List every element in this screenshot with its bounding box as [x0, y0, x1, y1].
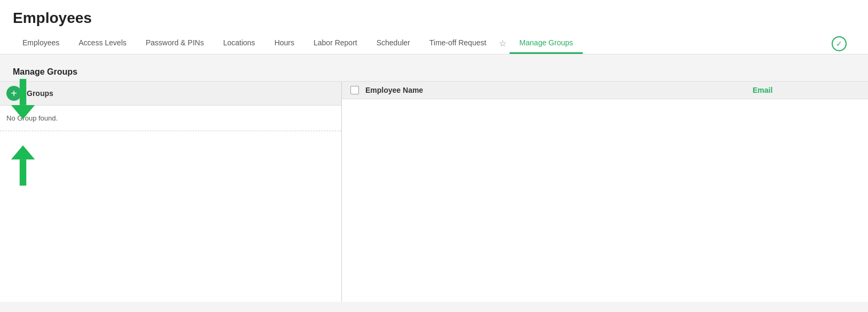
- tab-labor-report[interactable]: Labor Report: [304, 33, 367, 54]
- favorite-star-icon[interactable]: ☆: [496, 33, 510, 54]
- nav-tabs: Employees Access Levels Password & PINs …: [13, 33, 855, 54]
- section-title: Manage Groups: [0, 63, 868, 81]
- top-header: Employees Employees Access Levels Passwo…: [0, 0, 868, 54]
- tab-password-pins[interactable]: Password & PINs: [136, 33, 214, 54]
- content-area: Manage Groups + Groups No Group found. E…: [0, 54, 868, 302]
- tab-locations[interactable]: Locations: [214, 33, 265, 54]
- tab-manage-groups[interactable]: Manage Groups: [510, 33, 582, 54]
- employee-name-column-header: Employee Name: [365, 86, 746, 94]
- select-all-checkbox[interactable]: [350, 86, 359, 94]
- groups-left-panel: + Groups No Group found.: [0, 82, 342, 302]
- groups-layout: + Groups No Group found. Employee Name E…: [0, 81, 868, 302]
- chevron-down-icon: ✓: [836, 39, 842, 48]
- groups-left-header: + Groups: [0, 82, 341, 106]
- tab-employees[interactable]: Employees: [13, 33, 69, 54]
- tab-hours[interactable]: Hours: [265, 33, 304, 54]
- svg-rect-0: [20, 79, 26, 105]
- employee-list-empty: [342, 99, 868, 302]
- page-title: Employees: [13, 10, 855, 27]
- tab-time-off-request[interactable]: Time-off Request: [420, 33, 496, 54]
- circle-expand-button[interactable]: ✓: [832, 36, 847, 51]
- tab-scheduler[interactable]: Scheduler: [367, 33, 420, 54]
- svg-rect-3: [20, 159, 26, 186]
- svg-marker-1: [11, 105, 35, 119]
- no-group-message: No Group found.: [0, 106, 341, 131]
- groups-right-header: Employee Name Email: [342, 82, 868, 99]
- svg-marker-2: [11, 145, 35, 159]
- groups-right-panel: Employee Name Email: [342, 82, 868, 302]
- tab-access-levels[interactable]: Access Levels: [69, 33, 136, 54]
- email-column-header: Email: [753, 86, 859, 94]
